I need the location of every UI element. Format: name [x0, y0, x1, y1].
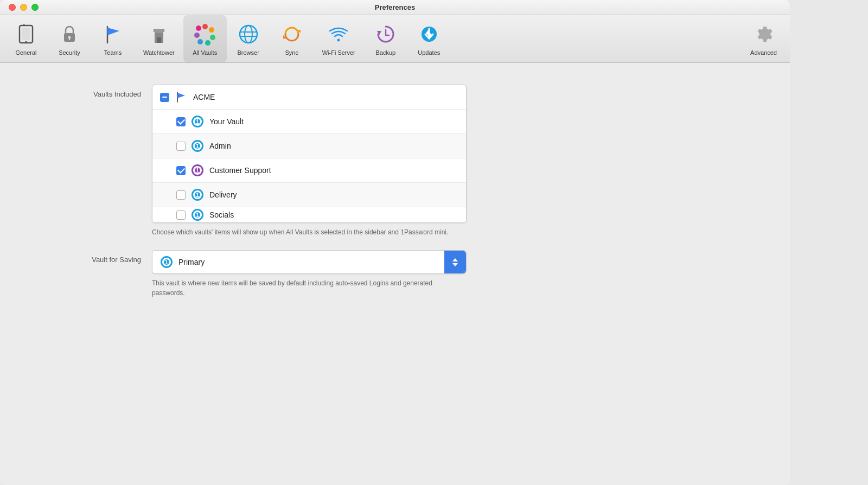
vaults-included-row: Vaults Included ACME [33, 85, 757, 237]
saving-vault-icon: 1 [160, 256, 173, 269]
wifi-server-label: Wi-Fi Server [322, 49, 355, 56]
general-label: General [15, 49, 36, 56]
svg-point-20 [196, 25, 201, 31]
all-vaults-label: All Vaults [193, 49, 217, 56]
toolbar-item-sync[interactable]: Sync [270, 15, 314, 62]
browser-label: Browser [238, 49, 259, 56]
svg-rect-3 [23, 24, 25, 26]
backup-icon [374, 22, 398, 46]
toolbar-item-watchtower[interactable]: Watchtower [135, 15, 183, 62]
customer-support-checkbox[interactable] [176, 166, 186, 175]
all-vaults-icon [193, 22, 217, 46]
minimize-button[interactable] [20, 4, 27, 11]
delivery-checkbox[interactable] [176, 190, 186, 200]
svg-text:1: 1 [196, 212, 199, 218]
svg-point-19 [194, 33, 200, 38]
customer-support-icon: 1 [191, 164, 204, 177]
saving-vault-name: Primary [178, 258, 458, 266]
vaults-included-hint: Choose which vaults' items will show up … [152, 227, 467, 237]
preferences-window: Preferences General [0, 0, 790, 485]
traffic-lights [9, 4, 39, 11]
maximize-button[interactable] [31, 4, 39, 11]
watchtower-icon [147, 22, 171, 46]
socials-icon: 1 [191, 208, 204, 221]
vault-for-saving-control: 1 Primary This vault is where new items … [152, 250, 467, 298]
svg-point-2 [25, 41, 27, 42]
toolbar-item-all-vaults[interactable]: All Vaults [183, 15, 227, 62]
wifi-icon [327, 22, 350, 46]
toolbar-item-advanced[interactable]: Advanced [742, 15, 786, 62]
flag-icon [101, 22, 125, 46]
gear-icon [752, 22, 776, 46]
svg-point-13 [154, 29, 164, 33]
vault-item-acme[interactable]: ACME [152, 85, 466, 110]
device-icon [14, 22, 38, 46]
toolbar-item-security[interactable]: Security [48, 15, 91, 62]
toolbar-item-backup[interactable]: Backup [364, 15, 407, 62]
content-area: Vaults Included ACME [0, 63, 790, 485]
vault-saving-select[interactable]: 1 Primary [152, 250, 467, 274]
vault-item-admin[interactable]: 1 Admin [152, 134, 466, 158]
vault-saving-hint: This vault is where new items will be sa… [152, 278, 467, 298]
toolbar-spacer [451, 15, 742, 62]
svg-point-15 [209, 27, 214, 33]
acme-icon [175, 91, 188, 104]
acme-name: ACME [193, 93, 215, 101]
toolbar-item-teams[interactable]: Teams [91, 15, 135, 62]
toolbar: General Security Teams [0, 15, 790, 63]
acme-checkbox[interactable] [160, 93, 169, 102]
svg-text:1: 1 [196, 143, 199, 149]
admin-name: Admin [209, 142, 231, 150]
vaults-included-control: ACME 1 [152, 85, 467, 237]
vault-item-customer-support[interactable]: 1 Customer Support [152, 158, 466, 183]
vault-for-saving-label: Vault for Saving [33, 250, 152, 264]
svg-text:1: 1 [165, 259, 168, 265]
svg-rect-12 [157, 37, 161, 43]
your-vault-checkbox[interactable] [176, 117, 186, 126]
toolbar-item-wifi-server[interactable]: Wi-Fi Server [314, 15, 364, 62]
browser-icon [237, 22, 260, 46]
vault-list: ACME 1 [152, 85, 467, 223]
admin-icon: 1 [191, 139, 204, 152]
svg-rect-1 [22, 28, 30, 40]
svg-point-21 [240, 25, 257, 43]
toolbar-item-updates[interactable]: Updates [407, 15, 451, 62]
svg-point-16 [210, 35, 215, 40]
teams-label: Teams [104, 49, 122, 56]
titlebar: Preferences [0, 0, 790, 15]
svg-point-18 [197, 39, 203, 44]
vaults-included-label: Vaults Included [33, 85, 152, 98]
security-label: Security [59, 49, 80, 56]
svg-point-5 [68, 36, 71, 39]
watchtower-label: Watchtower [143, 49, 175, 56]
your-vault-name: Your Vault [209, 117, 244, 126]
svg-point-17 [205, 40, 210, 46]
updates-label: Updates [418, 49, 440, 56]
backup-label: Backup [375, 49, 395, 56]
vault-item-your-vault[interactable]: 1 Your Vault [152, 110, 466, 134]
socials-name: Socials [209, 210, 234, 219]
your-vault-icon: 1 [191, 115, 204, 128]
svg-text:1: 1 [196, 119, 199, 125]
sync-icon [280, 22, 304, 46]
vault-item-delivery[interactable]: 1 Delivery [152, 183, 466, 207]
advanced-label: Advanced [750, 49, 777, 56]
select-arrow-icon [444, 251, 466, 273]
svg-text:1: 1 [196, 168, 199, 174]
delivery-icon: 1 [191, 188, 204, 201]
svg-point-22 [245, 25, 252, 43]
socials-checkbox[interactable] [176, 210, 186, 220]
svg-text:1: 1 [196, 192, 199, 198]
window-title: Preferences [375, 3, 415, 11]
lock-icon [58, 22, 81, 46]
svg-point-14 [202, 24, 208, 29]
admin-checkbox[interactable] [176, 142, 186, 151]
close-button[interactable] [9, 4, 16, 11]
toolbar-item-general[interactable]: General [4, 15, 48, 62]
vault-item-socials[interactable]: 1 Socials [152, 207, 466, 222]
delivery-name: Delivery [209, 190, 237, 199]
svg-point-27 [337, 39, 340, 41]
customer-support-name: Customer Support [209, 166, 271, 175]
sync-label: Sync [285, 49, 298, 56]
toolbar-item-browser[interactable]: Browser [227, 15, 270, 62]
